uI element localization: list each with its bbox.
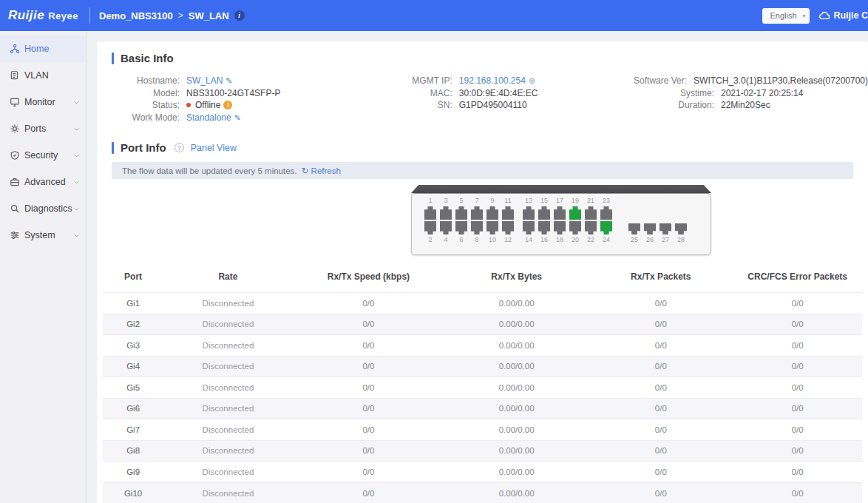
panel-port-3[interactable] <box>440 206 452 220</box>
chevron-down-icon <box>73 232 80 239</box>
panel-view-link[interactable]: Panel View <box>191 143 237 153</box>
panel-port-19[interactable] <box>569 206 581 220</box>
topbar: Ruijie Reyee Demo_NBS3100 > SW_LAN i Eng… <box>0 0 868 31</box>
table-row: Gi6Disconnected0/00.00/0.000/00/0 <box>103 398 862 419</box>
topbar-divider <box>89 7 90 24</box>
port-number: 26 <box>646 236 654 244</box>
section-accent-bar <box>112 142 114 154</box>
sidebar-item-home[interactable]: Home <box>0 36 86 62</box>
port-number: 25 <box>631 236 638 244</box>
security-shield-icon <box>10 150 20 161</box>
cell-speed: 0/0 <box>293 462 444 483</box>
refresh-icon: ↻ <box>302 166 309 176</box>
edit-icon[interactable]: ✎ <box>226 75 232 87</box>
panel-port-9[interactable] <box>486 206 498 220</box>
logo-ruijie: Ruijie <box>8 8 44 23</box>
question-icon[interactable]: ? <box>174 143 184 152</box>
panel-port-1[interactable] <box>424 206 436 220</box>
sidebar-item-ports[interactable]: Ports <box>0 115 86 142</box>
cell-speed: 0/0 <box>293 293 444 314</box>
table-row: Gi8Disconnected0/00.00/0.000/00/0 <box>103 440 862 462</box>
panel-port-20[interactable] <box>569 221 581 234</box>
cell-rate: Disconnected <box>163 482 293 503</box>
breadcrumb-device-group[interactable]: Demo_NBS3100 <box>99 10 173 21</box>
info-icon[interactable]: i <box>234 10 245 21</box>
panel-port-14[interactable] <box>523 221 535 234</box>
info-field: Work Mode:Standalone✎ <box>112 112 377 124</box>
port-info-title: Port Info <box>121 141 166 154</box>
cell-speed: 0/0 <box>293 335 444 357</box>
panel-port-23[interactable] <box>600 206 612 220</box>
table-row: Gi3Disconnected0/00.00/0.000/00/0 <box>103 335 862 357</box>
edit-icon[interactable]: ✎ <box>234 112 241 124</box>
panel-port-5[interactable] <box>455 206 467 220</box>
cell-port: Gi1 <box>103 293 163 314</box>
info-value[interactable]: Standalone <box>186 112 231 124</box>
panel-port-26[interactable] <box>644 223 656 234</box>
panel-port-12[interactable] <box>502 221 514 234</box>
cell-port: Gi3 <box>103 335 163 357</box>
sidebar-item-vlan[interactable]: VLAN <box>0 62 86 89</box>
cell-port: Gi6 <box>103 398 163 419</box>
sidebar-item-advanced[interactable]: Advanced <box>0 169 86 195</box>
sidebar-item-diagnostics[interactable]: Diagnostics <box>0 195 86 222</box>
cell-packets: 0/0 <box>589 335 733 357</box>
panel-port-24[interactable] <box>600 221 612 234</box>
panel-port-6[interactable] <box>455 221 467 234</box>
language-select[interactable]: English ▾ <box>762 8 810 24</box>
panel-port-25[interactable] <box>628 223 640 234</box>
ruijie-cloud-link[interactable]: Ruijie C <box>818 10 868 21</box>
port-number: 9 <box>490 197 494 205</box>
panel-port-10[interactable] <box>486 221 498 234</box>
panel-port-17[interactable] <box>554 206 566 220</box>
switch-panel-top-edge <box>411 185 711 193</box>
warning-icon[interactable]: ! <box>223 101 232 109</box>
home-icon <box>10 44 20 54</box>
info-value[interactable]: 192.168.100.254 <box>459 75 526 87</box>
port-number: 11 <box>504 197 511 205</box>
refresh-link[interactable]: ↻ Refresh <box>302 166 341 176</box>
chevron-down-icon: ▾ <box>802 13 805 19</box>
port-number: 15 <box>540 197 548 205</box>
cell-rate: Disconnected <box>163 356 293 377</box>
breadcrumb-separator: > <box>178 10 183 21</box>
info-value: 22Min20Sec <box>721 99 770 112</box>
basic-info-title: Basic Info <box>121 52 174 64</box>
panel-port-28[interactable] <box>675 223 687 234</box>
panel-port-16[interactable] <box>538 221 550 234</box>
panel-port-13[interactable] <box>523 206 535 220</box>
panel-port-7[interactable] <box>471 206 483 220</box>
sidebar-item-security[interactable]: Security <box>0 142 86 169</box>
panel-port-27[interactable] <box>660 223 671 234</box>
sidebar-item-monitor[interactable]: Monitor <box>0 89 86 115</box>
port-number: 22 <box>587 236 594 244</box>
cell-packets: 0/0 <box>589 398 733 419</box>
panel-port-18[interactable] <box>554 221 566 234</box>
info-value[interactable]: SW_LAN <box>186 75 223 87</box>
refresh-label: Refresh <box>311 166 341 175</box>
chevron-down-icon <box>73 179 80 186</box>
chevron-down-icon <box>73 152 80 159</box>
cell-crc: 0/0 <box>733 356 862 377</box>
info-field: Status:Offline! <box>112 99 377 112</box>
port-number: 19 <box>572 197 579 205</box>
panel-port-2[interactable] <box>424 221 436 234</box>
panel-port-22[interactable] <box>585 221 597 234</box>
cell-port: Gi9 <box>103 462 163 483</box>
panel-port-11[interactable] <box>502 206 514 220</box>
cell-rate: Disconnected <box>163 314 293 335</box>
vlan-icon <box>10 70 20 81</box>
switch-panel: 123456789101112131415161718192021222324 … <box>411 185 711 255</box>
port-number: 1 <box>428 197 432 205</box>
cell-rate: Disconnected <box>163 377 293 399</box>
globe-icon[interactable]: ⊕ <box>529 75 535 87</box>
breadcrumb-device[interactable]: SW_LAN <box>189 10 229 21</box>
advanced-briefcase-icon <box>10 177 20 187</box>
cell-packets: 0/0 <box>589 440 733 462</box>
cell-bytes: 0.00/0.00 <box>444 356 589 377</box>
panel-port-8[interactable] <box>471 221 483 234</box>
panel-port-4[interactable] <box>440 221 452 234</box>
panel-port-15[interactable] <box>538 206 550 220</box>
sidebar-item-system[interactable]: System <box>0 222 86 249</box>
panel-port-21[interactable] <box>585 206 597 220</box>
